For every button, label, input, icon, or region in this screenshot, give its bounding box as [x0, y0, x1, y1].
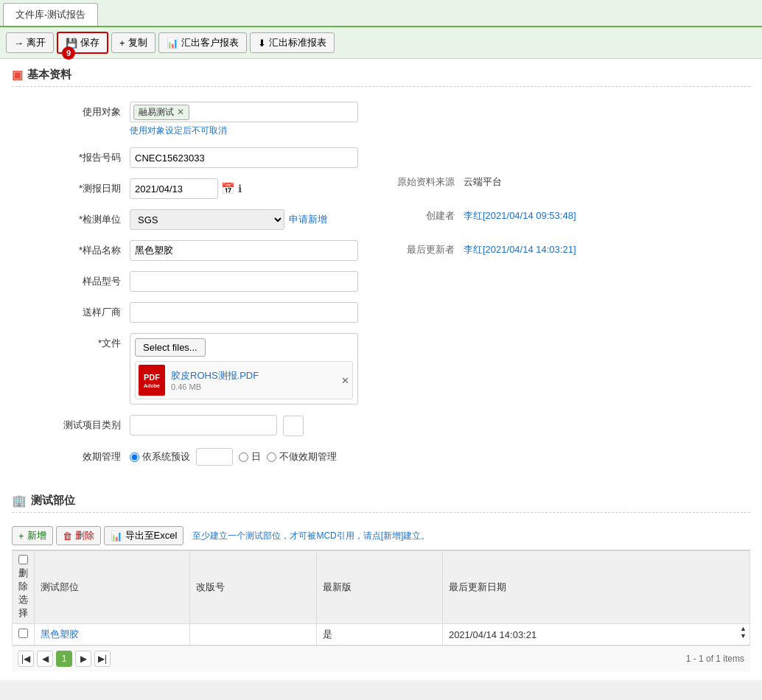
select-files-button[interactable]: Select files... — [135, 338, 206, 357]
scroll-up-btn[interactable]: ▲ — [740, 626, 747, 632]
supplier-input[interactable] — [130, 302, 358, 323]
first-page-button[interactable]: |◀ — [18, 651, 34, 667]
file-name: 胶皮ROHS测报.PDF — [171, 369, 259, 382]
supplier-row: 送样厂商 — [12, 302, 374, 323]
calendar-icon[interactable]: 📅 — [221, 182, 235, 195]
test-unit-control: SGS 申请新增 — [130, 209, 358, 230]
validity-options: 依系统预设 日 不做效期管理 — [130, 448, 358, 466]
validity-option3-label[interactable]: 不做效期管理 — [267, 450, 337, 463]
test-date-label: *测报日期 — [56, 178, 130, 195]
main-content: ▣ 基本资料 使用对象 融易测试 ✕ 使用对象设 — [0, 59, 762, 680]
apply-new-link[interactable]: 申请新增 — [289, 213, 327, 226]
table-header: 删除选择 测试部位 改版号 最新版 最后更新日期 — [13, 551, 750, 624]
test-section-title: 测试部位 — [31, 494, 75, 508]
test-unit-select-wrap: SGS 申请新增 — [130, 209, 358, 230]
copy-icon: + — [119, 38, 125, 49]
delete-icon: 🗑 — [63, 531, 72, 542]
next-page-button[interactable]: ▶ — [75, 651, 91, 667]
right-info-column: 原始资料来源 云端平台 创建者 李红[2021/04/14 09:53:48] … — [388, 102, 750, 476]
test-date-control: 📅 ℹ — [130, 178, 358, 199]
test-date-row: *测报日期 📅 ℹ — [12, 178, 374, 199]
file-control: Select files... PDF Adobe 胶皮ROHS测报.PDF 0… — [130, 333, 358, 405]
report-no-input[interactable] — [130, 147, 358, 168]
test-unit-select[interactable]: SGS — [130, 209, 284, 230]
report-no-label: *报告号码 — [56, 147, 130, 164]
prev-page-button[interactable]: ◀ — [37, 651, 53, 667]
use-target-control: 融易测试 ✕ 使用对象设定后不可取消 — [130, 102, 358, 137]
file-size: 0.46 MB — [171, 382, 259, 391]
pdf-icon: PDF Adobe — [139, 365, 165, 396]
basic-info-title: 基本资料 — [27, 68, 71, 82]
creator-value: 李红[2021/04/14 09:53:48] — [464, 209, 576, 223]
validity-option3-radio[interactable] — [267, 452, 276, 462]
page-info: 1 - 1 of 1 items — [686, 654, 744, 664]
add-icon: + — [18, 531, 24, 542]
tab-file-library[interactable]: 文件库-测试报告 — [3, 3, 98, 26]
test-date-input[interactable] — [130, 178, 218, 199]
sample-name-input[interactable] — [130, 240, 358, 261]
col-delete-select-label: 删除选择 — [18, 567, 28, 618]
validity-option2-radio[interactable] — [239, 452, 248, 462]
sample-model-input[interactable] — [130, 271, 358, 292]
test-category-btn[interactable] — [283, 416, 304, 436]
report-no-row: *报告号码 — [12, 147, 374, 168]
use-target-tag-close[interactable]: ✕ — [177, 107, 184, 117]
validity-option1-radio[interactable] — [130, 452, 139, 462]
test-section-header: 🏢 测试部位 — [12, 494, 750, 513]
supplier-control — [130, 302, 358, 323]
sample-model-control — [130, 271, 358, 292]
file-info: 胶皮ROHS测报.PDF 0.46 MB — [171, 369, 259, 391]
export-excel-button[interactable]: 📊 导出至Excel — [104, 526, 184, 545]
file-item: PDF Adobe 胶皮ROHS测报.PDF 0.46 MB ✕ — [135, 361, 353, 399]
test-unit-label: *检测单位 — [56, 209, 130, 226]
row-update-date: 2021/04/14 14:03:21 ▲ ▼ — [442, 624, 749, 645]
test-parts-table: 删除选择 测试部位 改版号 最新版 最后更新日期 黑色塑胶 — [12, 550, 750, 645]
toolbar: → 离开 💾 保存 + 复制 📊 汇出客户报表 ⬇ 汇出标准报表 9 — [0, 27, 762, 59]
test-category-label: 测试项目类别 — [56, 415, 130, 432]
use-target-label: 使用对象 — [56, 102, 130, 119]
row-test-part: 黑色塑胶 — [35, 624, 190, 645]
validity-days-input[interactable] — [196, 448, 233, 466]
section-icon: ▣ — [12, 68, 23, 82]
test-category-control — [130, 415, 358, 436]
test-section-icon: 🏢 — [12, 494, 27, 508]
row-checkbox[interactable] — [18, 629, 28, 638]
file-close-button[interactable]: ✕ — [341, 375, 349, 386]
table-toolbar: + 新增 🗑 删除 📊 导出至Excel 至少建立一个测试部位，才可被MCD引用… — [12, 522, 750, 550]
export-standard-button[interactable]: ⬇ 汇出标准报表 — [250, 32, 335, 53]
file-row: *文件 Select files... PDF Adobe 胶皮ROHS测报.P… — [12, 333, 374, 405]
file-label: *文件 — [56, 333, 130, 350]
copy-button[interactable]: + 复制 — [111, 32, 155, 53]
scroll-down-btn[interactable]: ▼ — [740, 633, 747, 640]
excel-icon: 📊 — [111, 531, 122, 542]
pagination-bar: |◀ ◀ 1 ▶ ▶| 1 - 1 of 1 items — [12, 645, 750, 671]
creator-row: 创建者 李红[2021/04/14 09:53:48] — [388, 209, 750, 223]
basic-info-section-header: ▣ 基本资料 — [12, 68, 750, 87]
row-scroll-btns: ▲ ▼ — [740, 626, 747, 640]
add-row-button[interactable]: + 新增 — [12, 526, 53, 545]
updater-label: 最后更新者 — [388, 243, 455, 256]
test-category-input[interactable] — [130, 415, 277, 435]
leave-button[interactable]: → 离开 — [6, 32, 54, 53]
last-page-button[interactable]: ▶| — [94, 651, 111, 667]
source-row: 原始资料来源 云端平台 — [388, 175, 750, 189]
right-info-spacer: 原始资料来源 云端平台 创建者 李红[2021/04/14 09:53:48] … — [388, 175, 750, 256]
delete-row-button[interactable]: 🗑 删除 — [56, 526, 101, 545]
basic-info-form: 使用对象 融易测试 ✕ 使用对象设定后不可取消 *报告号码 — [12, 96, 750, 476]
row-test-part-link[interactable]: 黑色塑胶 — [41, 629, 79, 640]
test-category-row: 测试项目类别 — [12, 415, 374, 436]
table-body: 黑色塑胶 是 2021/04/14 14:03:21 ▲ ▼ — [13, 624, 750, 645]
validity-option1-label[interactable]: 依系统预设 — [130, 450, 190, 463]
sample-name-label: *样品名称 — [56, 240, 130, 257]
export-client-button[interactable]: 📊 汇出客户报表 — [158, 32, 247, 53]
current-page-button[interactable]: 1 — [56, 651, 72, 667]
validity-control: 依系统预设 日 不做效期管理 — [130, 447, 358, 466]
select-all-checkbox[interactable] — [18, 555, 28, 564]
file-upload-area: Select files... PDF Adobe 胶皮ROHS测报.PDF 0… — [130, 333, 358, 405]
info-icon[interactable]: ℹ — [238, 183, 242, 195]
validity-option2-label[interactable]: 日 — [239, 450, 261, 463]
col-latest: 最新版 — [316, 551, 442, 624]
use-target-input[interactable]: 融易测试 ✕ — [130, 102, 358, 122]
validity-row: 效期管理 依系统预设 日 — [12, 447, 374, 466]
row-latest: 是 — [316, 624, 442, 645]
